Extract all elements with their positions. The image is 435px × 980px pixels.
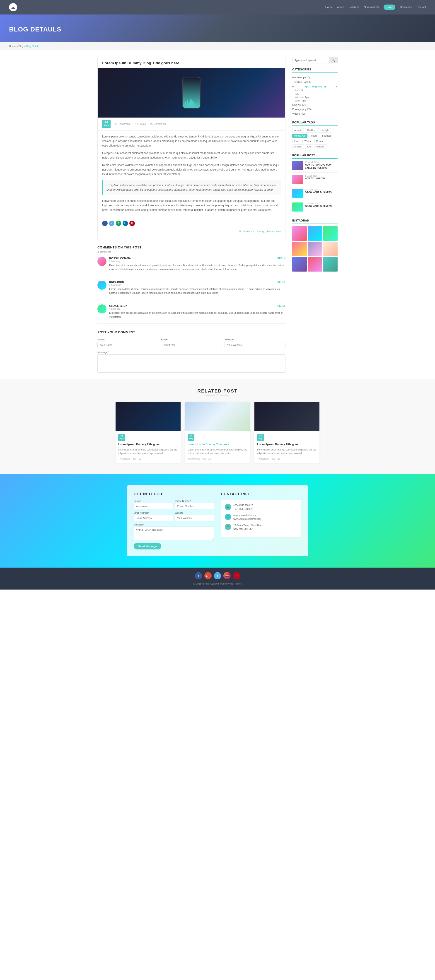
contact-website-input[interactable] [175,515,214,521]
search-button[interactable]: 🔍 [330,57,337,63]
instagram-item[interactable] [308,257,322,272]
nav-home[interactable]: Home [325,6,333,9]
instagram-item[interactable] [323,257,338,272]
tag-fashion[interactable]: Fashion [305,128,317,132]
footer-twitter[interactable]: t [214,572,221,579]
popular-post-section: POPULAR POST 25 March 2016 HOW TO IMPROV… [292,154,338,214]
category-label: Videos (39) [292,112,305,115]
contact-phone-input[interactable] [175,503,214,509]
share-linkedin[interactable]: in [123,221,128,226]
related-card-title[interactable]: Lorem Ipsum Dummy Title goes [257,442,317,446]
message-input[interactable] [97,355,285,372]
instagram-title: INSTAGRAM [292,219,338,224]
categories-section: CATEGORIES Mobile App (27) Trending Post… [292,68,338,116]
sub-cat-android[interactable]: Android [295,89,338,92]
reply-button[interactable]: REPLY [277,257,285,259]
share-google[interactable]: G [116,221,121,226]
popular-post-title-text[interactable]: HOW TO IMPROVE [305,177,338,180]
reply-button[interactable]: REPLY [277,304,285,307]
website-input[interactable] [225,342,285,348]
category-videos[interactable]: Videos (39) [292,111,338,116]
category-trending-post[interactable]: Trending Post (6) [292,80,338,84]
related-grid: 24 May Lorem Ipsum Dummy Title goes Lore… [116,402,319,463]
tags-label: ☰ [239,230,242,233]
contact-name-label: Name* [134,500,173,502]
comment-name: GRACE BECK [109,304,127,307]
avatar [97,281,107,290]
popular-post-title-text[interactable]: GROW YOUR BUSINESS [305,191,338,194]
instagram-item[interactable] [292,226,307,241]
sub-cat-latest[interactable]: Latest App [295,99,338,102]
tags-container: Android Fashion Lifestyle Mobile App Med… [292,128,338,149]
contact-email-input[interactable] [134,515,173,521]
contact-name-input[interactable] [134,503,173,509]
popular-post-title-text[interactable]: GROW YOUR BUSINESS [305,205,338,208]
instagram-item[interactable] [308,242,322,256]
comments-title: COMMENTS ON THIS POST [97,245,285,249]
footer-instagram[interactable]: 📷 [223,572,231,579]
instagram-item[interactable] [292,242,307,256]
share-pinterest[interactable]: P [129,221,135,226]
instagram-item[interactable] [323,242,338,256]
card-author: Trendcreate [257,458,269,460]
sub-cat-ios[interactable]: iOS [295,92,338,95]
related-card-date: 24 May [257,434,317,441]
tag-business[interactable]: Business [320,134,333,138]
tag-ios[interactable]: iOS [305,145,313,149]
blog-hero-image [98,68,285,118]
instagram-item[interactable] [323,226,338,241]
related-card-title[interactable]: Lorem Ipsum Dummy Title goes [118,442,178,446]
share-twitter[interactable]: t [109,221,115,226]
nav-blog[interactable]: Blog [384,5,395,10]
phone-mockup [182,77,201,108]
category-app-category[interactable]: App Category (39) ▼ [292,84,338,89]
category-mobile-app[interactable]: Mobile App (27) [292,75,338,80]
comment-header: KRIS JOHN 3 hours ago REPLY [109,281,285,286]
date-badge: 24 May [118,434,125,441]
footer-google-plus[interactable]: G+ [204,572,212,579]
footer-facebook[interactable]: f [195,572,202,579]
popular-post-info: 20 March 2016 GROW YOUR BUSINESS [305,202,338,212]
tag-android[interactable]: Android [292,128,304,132]
instagram-item[interactable] [292,257,307,272]
nav-features[interactable]: Features [349,6,359,9]
share-facebook[interactable]: f [102,221,108,226]
search-input[interactable] [293,57,330,63]
sub-cat-windows[interactable]: Windows App [295,95,338,99]
category-lifestyle[interactable]: Lifestyle (08) [292,102,338,107]
email-field: Email* [161,338,222,348]
sidebar: 🔍 CATEGORIES Mobile App (27) Trending Po… [292,57,338,372]
bar-4 [190,99,192,106]
contact-message-input[interactable] [134,527,214,540]
tag-mobile-app[interactable]: Mobile App [292,134,308,138]
tag-lifestyle[interactable]: Lifestyle [319,128,331,132]
name-input[interactable] [97,342,158,348]
contact-web-text: www.yourwebsite.comwww.youremail@gmail.c… [233,514,261,521]
tag-glasses[interactable]: Glasses [314,145,327,149]
tag-love[interactable]: Love [292,139,301,143]
nav-contact[interactable]: Contact [417,6,426,9]
related-card-title[interactable]: Lorem Ipsum Dummy Title goes [188,442,247,446]
contact-form-area: GET IN TOUCH Name* Phone Number* Email A… [134,492,214,549]
nav-screenshots[interactable]: Screenshots [364,6,379,9]
contact-phone-text: +0044 545 988 626+0044 545 988 626 [233,504,253,511]
contact-address-text: 28 Green Tower, Street NameNew York City… [233,523,263,531]
category-label: Trending Post (6) [292,81,312,83]
contact-info-area: CONTACT INFO 📞 +0044 545 988 626+0044 54… [221,492,301,549]
popular-post-title-text[interactable]: HOW TO IMPROVE YOUR SALES BY POSTING [305,163,338,170]
tag-media[interactable]: Media [309,134,319,138]
tag-android2[interactable]: Android [292,145,304,149]
reply-button[interactable]: REPLY [277,281,285,283]
email-input[interactable] [161,342,222,348]
tag-recent[interactable]: Recent [314,139,325,143]
contact-row-2: Email Address* Website [134,512,214,521]
breadcrumb-home[interactable]: Home » Blog » Blog Details [9,45,40,48]
category-label: Photography (05) [292,108,312,111]
tag-winter[interactable]: Winter [303,139,313,143]
category-photography[interactable]: Photography (05) [292,107,338,111]
footer-pinterest[interactable]: P [233,572,240,579]
instagram-item[interactable] [308,226,322,241]
nav-about[interactable]: About [337,6,344,9]
nav-download[interactable]: Download [400,6,412,9]
send-message-button[interactable]: Send Message [134,543,161,549]
